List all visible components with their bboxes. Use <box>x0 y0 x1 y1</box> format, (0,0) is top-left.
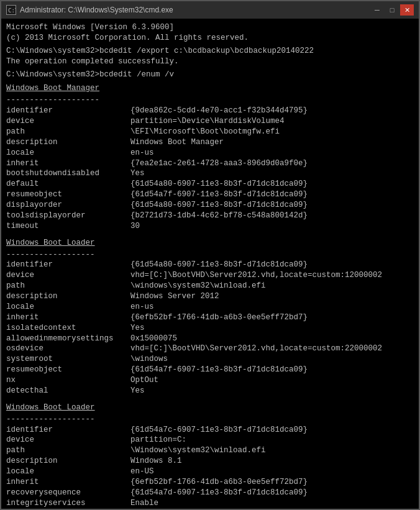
kv-row: path\Windows\system32\winload.efi <box>6 445 414 456</box>
output-line: The operation completed successfully. <box>6 57 414 67</box>
kv-key: osdevice <box>6 344 130 354</box>
maximize-button[interactable]: □ <box>385 4 399 16</box>
kv-row: displayorder{61d54a80-6907-11e3-8b3f-d71… <box>6 200 414 211</box>
kv-val: Enable <box>130 498 158 509</box>
kv-key: displayorder <box>6 200 130 211</box>
kv-val: \Windows\system32\winload.efi <box>130 445 266 456</box>
kv-row: path\windows\system32\winload.efi <box>6 281 414 291</box>
kv-row: identifier{9dea862c-5cdd-4e70-acc1-f32b3… <box>6 106 414 116</box>
kv-key: locale <box>6 302 130 312</box>
minimize-button[interactable]: ─ <box>370 4 384 16</box>
kv-row: osdevicevhd=[C:]\BootVHD\Server2012.vhd,… <box>6 344 414 354</box>
kv-key: recoveryenabled <box>6 509 130 509</box>
kv-row: resumeobject{61d54a7f-6907-11e3-8b3f-d71… <box>6 365 414 375</box>
kv-key: identifier <box>6 106 130 116</box>
main-window: C:\ Administrator: C:\Windows\System32\c… <box>0 0 420 510</box>
kv-row: bootshutdowndisabledYes <box>6 168 414 179</box>
blank-line <box>6 396 414 399</box>
kv-val: en-us <box>130 148 154 158</box>
kv-val: Windows Boot Manager <box>130 137 224 148</box>
kv-val: {61d54a80-6907-11e3-8b3f-d71dc81dca09} <box>130 179 308 189</box>
kv-key: detecthal <box>6 386 130 396</box>
kv-row: devicepartition=\Device\HarddiskVolume4 <box>6 116 414 127</box>
kv-val: {9dea862c-5cdd-4e70-acc1-f32b344d4795} <box>130 106 308 116</box>
kv-row: descriptionWindows Server 2012 <box>6 291 414 302</box>
kv-row: localeen-us <box>6 302 414 312</box>
kv-val: Yes <box>130 323 145 334</box>
kv-row: inherit{6efb52bf-1766-41db-a6b3-0ee5eff7… <box>6 312 414 323</box>
section-separator: ------------------- <box>6 414 414 425</box>
kv-key: recoverysequence <box>6 488 130 498</box>
kv-val: vhd=[C:]\BootVHD\Server2012.vhd,locate=c… <box>130 344 382 354</box>
kv-val: Yes <box>130 168 145 179</box>
kv-val: {7ea2e1ac-2e61-4728-aaa3-896d9d0a9f0e} <box>130 158 308 169</box>
kv-key: bootshutdowndisabled <box>6 168 130 179</box>
window-title: Administrator: C:\Windows\System32\cmd.e… <box>20 6 173 14</box>
kv-val: \windows\system32\winload.efi <box>130 281 266 291</box>
section-separator: -------------------- <box>6 95 414 106</box>
kv-row: default{61d54a80-6907-11e3-8b3f-d71dc81d… <box>6 179 414 189</box>
kv-key: identifier <box>6 260 130 270</box>
kv-val: 30 <box>130 221 140 232</box>
kv-row: resumeobject{61d54a7f-6907-11e3-8b3f-d71… <box>6 189 414 200</box>
kv-val: Yes <box>130 509 145 509</box>
kv-key: inherit <box>6 477 130 488</box>
kv-val: vhd=[C:]\BootVHD\Server2012.vhd,locate=c… <box>130 270 382 281</box>
kv-val: {61d54a7d-6907-11e3-8b3f-d71dc81dca09} <box>130 488 308 498</box>
kv-key: device <box>6 116 130 127</box>
kv-key: resumeobject <box>6 189 130 200</box>
kv-key: systemroot <box>6 354 130 365</box>
kv-key: path <box>6 281 130 291</box>
kv-key: allowedinmemorysettings <box>6 334 130 344</box>
kv-key: default <box>6 179 130 189</box>
kv-row: recoveryenabledYes <box>6 509 414 509</box>
kv-key: description <box>6 456 130 467</box>
kv-val: partition=\Device\HarddiskVolume4 <box>130 116 285 127</box>
kv-val: \windows <box>130 354 168 365</box>
close-button[interactable]: ✕ <box>400 4 414 16</box>
command-line: C:\Windows\system32>bcdedit /export c:\b… <box>6 46 414 57</box>
svg-text:C:\: C:\ <box>8 7 16 14</box>
cmd-icon: C:\ <box>6 5 16 15</box>
kv-row: localeen-us <box>6 148 414 158</box>
kv-row: inherit{7ea2e1ac-2e61-4728-aaa3-896d9d0a… <box>6 158 414 169</box>
header-line: (c) 2013 Microsoft Corporation. All righ… <box>6 33 414 43</box>
kv-val: OptOut <box>130 375 158 386</box>
terminal-content[interactable]: Microsoft Windows [Version 6.3.9600](c) … <box>1 19 419 509</box>
kv-val: {b2721d73-1db4-4c62-bf78-c548a800142d} <box>130 211 308 221</box>
kv-val: {6efb52bf-1766-41db-a6b3-0ee5eff72bd7} <box>130 312 308 323</box>
kv-val: Windows 8.1 <box>130 456 182 467</box>
kv-val: {61d54a7f-6907-11e3-8b3f-d71dc81dca09} <box>130 189 308 200</box>
kv-row: detecthalYes <box>6 386 414 396</box>
kv-row: systemroot\windows <box>6 354 414 365</box>
section-header: Windows Boot Loader <box>6 403 414 413</box>
kv-key: description <box>6 137 130 148</box>
kv-val: en-US <box>130 467 154 477</box>
section-header: Windows Boot Loader <box>6 238 414 248</box>
kv-key: path <box>6 445 130 456</box>
kv-row: descriptionWindows Boot Manager <box>6 137 414 148</box>
kv-row: devicevhd=[C:]\BootVHD\Server2012.vhd,lo… <box>6 270 414 281</box>
kv-row: localeen-US <box>6 467 414 477</box>
kv-key: resumeobject <box>6 365 130 375</box>
kv-key: path <box>6 127 130 137</box>
kv-row: integrityservicesEnable <box>6 498 414 509</box>
kv-row: inherit{6efb52bf-1766-41db-a6b3-0ee5eff7… <box>6 477 414 488</box>
kv-key: locale <box>6 148 130 158</box>
kv-key: timeout <box>6 221 130 232</box>
header-line: Microsoft Windows [Version 6.3.9600] <box>6 22 414 33</box>
kv-val: 0x15000075 <box>130 334 177 344</box>
kv-row: identifier{61d54a80-6907-11e3-8b3f-d71dc… <box>6 260 414 270</box>
blank-line <box>6 232 414 234</box>
kv-val: en-us <box>130 302 154 312</box>
kv-row: timeout30 <box>6 221 414 232</box>
kv-row: devicepartition=C: <box>6 435 414 445</box>
kv-row: allowedinmemorysettings0x15000075 <box>6 334 414 344</box>
kv-key: nx <box>6 375 130 386</box>
kv-val: partition=C: <box>130 435 186 445</box>
command-line: C:\Windows\system32>bcdedit /enum /v <box>6 70 414 80</box>
kv-val: {61d54a80-6907-11e3-8b3f-d71dc81dca09} <box>130 260 308 270</box>
kv-key: identifier <box>6 425 130 435</box>
title-bar-left: C:\ Administrator: C:\Windows\System32\c… <box>6 5 173 15</box>
kv-val: {61d54a7c-6907-11e3-8b3f-d71dc81dca09} <box>130 425 308 435</box>
